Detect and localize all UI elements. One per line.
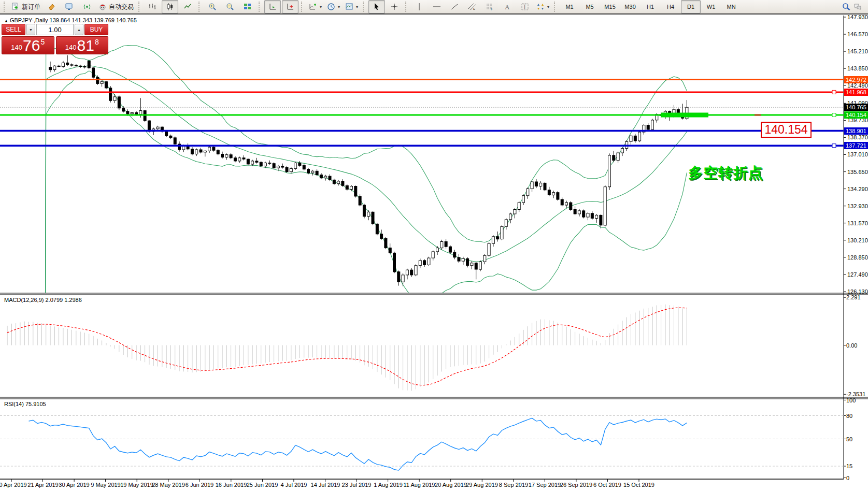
crosshair-button[interactable] xyxy=(386,0,403,13)
toolbar-grip xyxy=(4,2,7,12)
equidistant-channel-icon: E xyxy=(468,3,476,11)
svg-text:E: E xyxy=(473,7,475,10)
timeframe-m15[interactable]: M15 xyxy=(600,0,620,13)
autotrade-label: 自动交易 xyxy=(109,3,134,11)
volume-decrease-button[interactable]: ▼ xyxy=(26,24,35,35)
text-icon: A xyxy=(503,3,511,11)
timeframe-m1[interactable]: M1 xyxy=(560,0,579,13)
toolbar-grip xyxy=(198,2,202,12)
trendline-tool[interactable] xyxy=(446,0,463,13)
one-click-trading-panel: SELL ▼ ▲ BUY 140 76 5 140 81 8 xyxy=(2,24,108,54)
arrows-icon xyxy=(536,3,545,11)
svg-text:T: T xyxy=(523,4,527,10)
rsi-line xyxy=(29,418,687,470)
auto-scroll-icon xyxy=(268,3,277,11)
toolbar-grip xyxy=(554,2,557,12)
chart-shift-icon xyxy=(286,3,294,11)
vertical-line-tool[interactable] xyxy=(411,0,428,13)
sell-price-prefix: 140 xyxy=(11,44,22,51)
toolbar-grip xyxy=(363,2,366,12)
sell-price-sup: 5 xyxy=(40,38,45,46)
text-tool[interactable]: A xyxy=(499,0,516,13)
line-chart-icon xyxy=(183,3,192,11)
auto-scroll-button[interactable] xyxy=(264,0,281,13)
templates-button[interactable]: ▾ xyxy=(343,0,360,13)
text-label-icon: T xyxy=(521,3,529,11)
rsi-levels xyxy=(0,416,844,467)
svg-text:F: F xyxy=(491,7,493,11)
shapes-tool[interactable]: ▾ xyxy=(534,0,551,13)
dropdown-arrow-icon: ▾ xyxy=(547,5,549,9)
timeframe-d1[interactable]: D1 xyxy=(681,0,701,13)
axis-ticks xyxy=(11,17,846,482)
zoom-in-button[interactable] xyxy=(204,0,221,13)
search-icon[interactable] xyxy=(842,3,850,11)
bar-chart-button[interactable] xyxy=(144,0,161,13)
template-icon xyxy=(345,3,353,11)
timeframe-w1[interactable]: W1 xyxy=(701,0,721,13)
zoom-in-icon xyxy=(208,3,217,11)
buy-button[interactable]: BUY xyxy=(84,24,108,35)
toolbar-grip xyxy=(138,2,141,12)
new-order-icon xyxy=(11,3,20,11)
bar-chart-icon xyxy=(148,3,156,11)
fibonacci-tool[interactable]: F xyxy=(481,0,498,13)
terminal-button[interactable] xyxy=(61,0,78,13)
macd-histogram xyxy=(7,305,687,391)
svg-text:A: A xyxy=(505,3,510,11)
dropdown-arrow-icon: ▾ xyxy=(356,5,358,9)
signal-icon xyxy=(83,3,91,11)
trendline-icon xyxy=(450,3,459,11)
tile-windows-icon xyxy=(244,3,252,11)
periods-button[interactable]: ▾ xyxy=(325,0,342,13)
dropdown-arrow-icon: ▾ xyxy=(338,5,340,9)
new-order-label: 新订单 xyxy=(22,3,40,11)
tile-windows-button[interactable] xyxy=(239,0,256,13)
zoom-out-icon xyxy=(226,3,234,11)
cursor-button[interactable] xyxy=(368,0,385,13)
timeframe-m30[interactable]: M30 xyxy=(620,0,640,13)
timeframe-h4[interactable]: H4 xyxy=(661,0,680,13)
timeframe-m5[interactable]: M5 xyxy=(580,0,600,13)
sell-price-button[interactable]: 140 76 5 xyxy=(2,36,54,54)
volume-increase-button[interactable]: ▲ xyxy=(75,24,83,35)
chart-area[interactable]: ▲GBPJPY-,Daily 139.864 141.343 139.769 1… xyxy=(0,16,868,491)
label-tool[interactable]: T xyxy=(517,0,533,13)
add-indicator-icon xyxy=(309,3,317,11)
styler-button[interactable] xyxy=(44,0,60,13)
candlestick-chart-icon xyxy=(166,3,174,11)
signal-button[interactable] xyxy=(79,0,95,13)
chart-canvas[interactable] xyxy=(0,16,868,491)
dropdown-arrow-icon: ▾ xyxy=(320,5,322,9)
autotrade-icon xyxy=(98,3,107,11)
cursor-arrow-icon xyxy=(373,3,381,11)
timeframe-group: M1M5M15M30H1H4D1W1MN xyxy=(560,0,741,13)
chart-shift-button[interactable] xyxy=(282,0,298,13)
chat-icon[interactable] xyxy=(853,3,862,11)
timeframe-h1[interactable]: H1 xyxy=(641,0,660,13)
autotrade-button[interactable]: 自动交易 xyxy=(96,0,136,13)
price-callout-label[interactable]: 140.154 xyxy=(761,122,812,138)
candle-chart-button[interactable] xyxy=(162,0,178,13)
highlight-zone[interactable] xyxy=(661,113,708,118)
zoom-out-button[interactable] xyxy=(222,0,238,13)
timeframe-mn[interactable]: MN xyxy=(721,0,741,13)
buy-price-prefix: 140 xyxy=(65,44,77,51)
channel-tool[interactable]: E xyxy=(464,0,480,13)
buy-price-big: 81 xyxy=(77,38,94,53)
clock-icon xyxy=(327,3,335,11)
line-chart-button[interactable] xyxy=(179,0,196,13)
new-order-button[interactable]: 新订单 xyxy=(9,0,42,13)
horizontal-line-tool[interactable] xyxy=(429,0,445,13)
buy-price-sup: 8 xyxy=(95,38,99,46)
indicators-button[interactable]: ▾ xyxy=(307,0,324,13)
toolbar-grip xyxy=(405,2,408,12)
vertical-line-icon xyxy=(415,3,423,11)
fibonacci-icon: F xyxy=(486,3,494,11)
volume-input[interactable] xyxy=(36,24,74,35)
buy-price-button[interactable]: 140 81 8 xyxy=(56,36,109,54)
chinese-annotation-text[interactable]: 多空转折点 xyxy=(688,163,763,183)
sell-price-big: 76 xyxy=(23,38,40,53)
terminal-icon xyxy=(65,3,74,11)
sell-button[interactable]: SELL xyxy=(2,24,25,35)
